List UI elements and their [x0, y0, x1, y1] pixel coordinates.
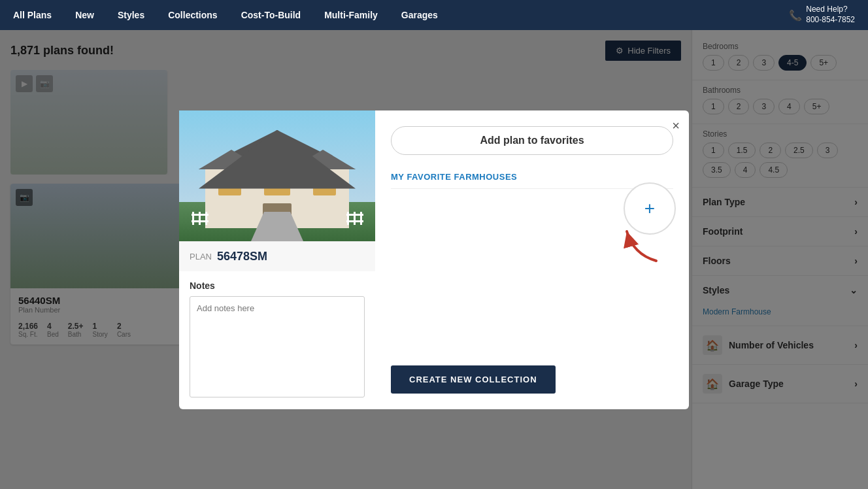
plan-text-label: PLAN: [190, 252, 212, 261]
house-illustration: [179, 110, 375, 241]
nav-multi-family[interactable]: Multi-Family: [312, 10, 390, 20]
svg-rect-8: [264, 176, 290, 195]
svg-rect-20: [346, 220, 363, 222]
nav-cost-to-build[interactable]: Cost-To-Build: [229, 10, 313, 20]
arrow-svg: [614, 218, 666, 271]
main-content: 1,871 plans found! ⚙ Hide Filters ▶ 📷: [0, 30, 868, 489]
phone-icon: 📞: [789, 9, 802, 22]
svg-rect-14: [192, 214, 209, 216]
modal-plan-label-section: PLAN 56478SM: [179, 241, 375, 271]
notes-textarea[interactable]: [190, 296, 365, 397]
help-section: 📞 Need Help? 800-854-7852: [789, 5, 855, 25]
navigation: All Plans New Styles Collections Cost-To…: [0, 0, 868, 30]
svg-rect-6: [218, 179, 241, 195]
nav-collections[interactable]: Collections: [156, 10, 229, 20]
help-phone[interactable]: 800-854-7852: [806, 15, 855, 25]
notes-label: Notes: [190, 280, 365, 291]
svg-rect-7: [313, 179, 336, 195]
add-favorites-button[interactable]: Add plan to favorites: [391, 126, 673, 155]
nav-garages[interactable]: Garages: [390, 10, 450, 20]
modal-right-panel: Add plan to favorites MY FAVORITE FARMHO…: [375, 110, 689, 409]
close-button[interactable]: ×: [672, 118, 680, 133]
create-collection-button[interactable]: CREATE NEW COLLECTION: [391, 365, 556, 394]
modal-left-panel: PLAN 56478SM Notes: [179, 110, 375, 409]
nav-new[interactable]: New: [63, 10, 106, 20]
modal-dialog: ×: [179, 110, 689, 409]
collection-name: MY FAVORITE FARMHOUSES: [391, 172, 517, 182]
modal-house-image: [179, 110, 375, 241]
modal-notes-section: Notes: [179, 271, 375, 409]
plus-icon: +: [644, 198, 655, 219]
nav-styles[interactable]: Styles: [106, 10, 156, 20]
nav-all-plans[interactable]: All Plans: [13, 10, 63, 20]
modal-plan-id: 56478SM: [217, 250, 267, 263]
modal-overlay[interactable]: ×: [0, 30, 868, 489]
svg-rect-19: [346, 214, 363, 216]
help-label: Need Help?: [806, 5, 855, 15]
svg-rect-15: [192, 220, 209, 222]
arrow-indicator: [614, 218, 653, 258]
